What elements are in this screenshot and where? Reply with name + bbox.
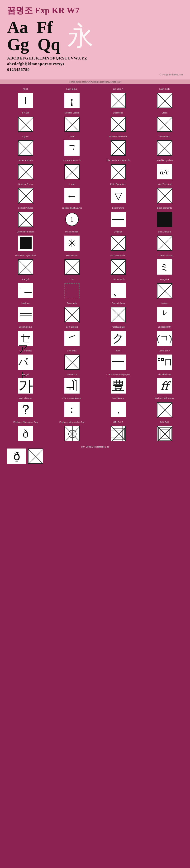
enclosed-bracket-glyph: (ㄱ) (157, 331, 172, 346)
cell-cjk-compat-ideo: CJK Compat Ideographs 豊 (95, 372, 141, 396)
comma-jp-glyph: 、 (111, 283, 126, 299)
triangle-glyph: ▽ (111, 188, 126, 203)
cell-kanbun: Kanbun ㆑ (141, 301, 188, 324)
cell-enclosed-alpha: Enclosed Alphanums 1 (49, 205, 95, 229)
cell-cjk-ext-i: CJK Ext I (141, 420, 188, 443)
cell-katakana: Katakana (2, 301, 49, 324)
cell-compat-jamo: Compat Jamo (95, 301, 141, 324)
cell-arrows: Arrows ← (49, 182, 95, 205)
eth-glyph: ð (18, 426, 33, 441)
xbox-pattern2-glyph (111, 426, 126, 441)
cell-latin1sup: Latin-1 Sup ¡ (49, 86, 95, 110)
cell-control-pics: Control Pictures (2, 205, 49, 229)
xbox-super-sub (18, 164, 33, 179)
xbox-diacriticals-sym (111, 164, 126, 179)
cell-cjk-ext-a: CJK Ext A (49, 348, 95, 372)
jamo-char: ᆨ (64, 141, 80, 156)
fraction-glyph: a/c (157, 164, 172, 179)
cell-cjk-dashed: CJK (49, 277, 95, 301)
xbox-misc-arrows (64, 259, 80, 275)
cjk-stroke-glyph: ㇀ (64, 331, 80, 346)
credit: © Design by fontke.com (7, 73, 183, 76)
katakana-ku-glyph: ク (111, 331, 126, 346)
svg-line-5 (111, 426, 126, 441)
xbox-misc-math-b (18, 259, 33, 275)
glyph-grid: ASCII ! Latin-1 Sup ¡ Latin Ext A Latin … (0, 84, 190, 468)
kanbun-glyph: ㆑ (157, 307, 172, 322)
xbox-misc-tech (157, 188, 172, 203)
grid-inner: ASCII ! Latin-1 Sup ¡ Latin Ext A Latin … (2, 86, 188, 443)
cjk-big-glyph: 豊 (111, 378, 126, 394)
xbox-control-pics (18, 212, 33, 227)
xbox-half-full (157, 402, 172, 417)
cell-letterlike: Letterlike Symbols a/c (141, 158, 188, 182)
cell-latin-ext-a: Latin Ext A (95, 86, 141, 110)
horiz-dash-glyph (111, 212, 126, 227)
cjk-sample: 永 (68, 23, 93, 49)
enclosed-1-glyph: 1 (65, 213, 79, 226)
cell-jamo: Jamo ᆨ (49, 134, 95, 158)
cell-enclosed-ideo-sup: Enclosed Ideographic Sup (49, 420, 95, 443)
cell-cjk-main: CJK (95, 348, 141, 372)
xbox-greek (157, 117, 172, 132)
cell-kangxi: Kangxi (2, 277, 49, 301)
svg-line-12 (157, 426, 172, 441)
exclaim-glyph: ! (18, 93, 33, 108)
xbox-sup-punct (111, 259, 126, 275)
cjk-horiz-glyph (111, 354, 126, 370)
last-row-content: ð̠ (5, 448, 185, 464)
ff-ligature-glyph: ﬀ (157, 378, 172, 394)
hangul-apt-glyph: アパト (18, 354, 33, 370)
xbox-diacriticals (111, 117, 126, 132)
cell-math-ops: Math Operations ▽ (95, 182, 141, 205)
cell-greek: Greek (141, 110, 188, 134)
cell-misc-tech: Misc Technical (141, 182, 188, 205)
sample-chars-left: Aa Ff Gg Qq (7, 19, 68, 53)
inverted-exclaim: ¡ (64, 93, 80, 108)
cell-punctuation: Punctuation (141, 134, 188, 158)
xbox-punctuation (157, 141, 172, 156)
cell-misc-symbols: Misc Symbols ✳ (49, 229, 95, 253)
last-section: CJK Compat Ideographs Sup ð̠ (2, 443, 188, 466)
xbox-latin-ext-add (111, 141, 126, 156)
cell-ipa: IPA Ext (2, 110, 49, 134)
cell-enclosed-alpha-sup: Enclosed Alphanums Sup ð (2, 420, 49, 443)
cell-cyrillic: Cyrillic (2, 134, 49, 158)
katakana-mi-glyph: ミ (157, 259, 172, 275)
xbox-pattern3-glyph (157, 426, 172, 441)
cell-box-drawing: Box Drawing (95, 205, 141, 229)
cell-modifier: Modifier Letters (49, 110, 95, 134)
jamo-ext-a-glyph: ꥠ口 (157, 354, 172, 370)
xbox-ipa (18, 117, 33, 132)
xbox-latin-ext-b (157, 93, 172, 108)
last-xbox-glyph (28, 448, 43, 464)
cell-block-elements: Block Elements (141, 205, 188, 229)
cell-cjk-compat: CJK Compat アパト (2, 348, 49, 372)
cell-hiragana: Hiragana (141, 277, 188, 301)
cell-bopomofo: Bopomofo (49, 301, 95, 324)
cell-cjk-radicals: CJK Radicals Sup ミ (141, 253, 188, 277)
cell-diacriticals: Diacriticals (95, 110, 141, 134)
sample-aa: Aa Ff (7, 19, 60, 36)
black-square-glyph (157, 212, 172, 227)
question-glyph: ？ (18, 402, 33, 417)
xbox-cjk-ext-a (64, 354, 80, 370)
sample-row: Aa Ff Gg Qq 永 (7, 19, 183, 53)
xbox-cyrillic (18, 141, 33, 156)
cell-geometric: Geometric Shapes (2, 229, 49, 253)
kangxi-line-glyph (18, 283, 33, 299)
cell-latin-ext-b: Latin Ext B (141, 86, 188, 110)
cell-cjk-compat-forms: CJK Compat Forms ︰ (49, 396, 95, 420)
cell-dingbats: Dingbats (95, 229, 141, 253)
cell-number-forms: Number Forms (2, 182, 49, 205)
cell-sup-punct: Sup Punctuation (95, 253, 141, 277)
cell-small-forms: Small Forms ， (95, 396, 141, 420)
cell-super-sub: Super And Sub (2, 158, 49, 182)
cell-cjk-symbols: CJK Symbols 、 (95, 277, 141, 301)
font-source: Font Source: http://www.fontke.com/font/… (0, 80, 190, 84)
xbox-currency (64, 164, 80, 179)
black-square-sm-glyph (20, 237, 32, 249)
cell-katakana-ext: Katakana Ext ク (95, 324, 141, 348)
cell-vertical-forms: Vertical Forms ？ (2, 396, 49, 420)
sun-glyph: ✳ (64, 236, 80, 251)
